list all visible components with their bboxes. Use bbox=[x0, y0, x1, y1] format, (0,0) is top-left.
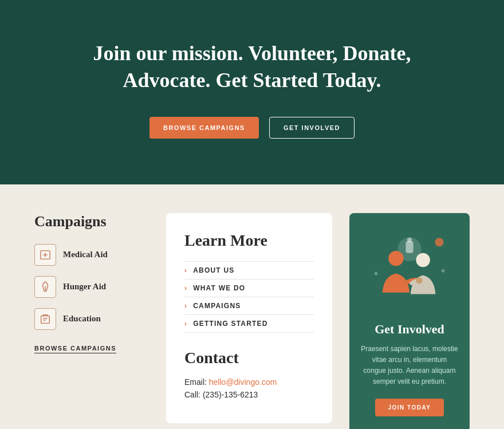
svg-point-11 bbox=[388, 251, 403, 266]
svg-rect-8 bbox=[405, 241, 413, 253]
browse-campaigns-button[interactable]: BROWSE CAMPAIGNS bbox=[149, 117, 259, 139]
chevron-icon: › bbox=[184, 302, 187, 310]
contact-email-link[interactable]: hello@divingo.com bbox=[209, 377, 277, 387]
campaign-item-education: Education bbox=[34, 308, 149, 330]
medical-aid-icon bbox=[34, 244, 56, 266]
education-label: Education bbox=[63, 314, 101, 324]
hero-buttons: BROWSE CAMPAIGNS GET INVOLVED bbox=[23, 117, 481, 139]
join-today-button[interactable]: JOIN TODAY bbox=[375, 399, 443, 416]
chevron-icon: › bbox=[184, 284, 187, 292]
nav-link-getting-started[interactable]: › GETTING STARTED bbox=[184, 314, 314, 333]
get-involved-heading: Get Involved bbox=[375, 322, 444, 337]
svg-point-12 bbox=[416, 253, 430, 267]
campaigns-sidebar: Campaigns Medical Aid Hunger Aid bbox=[34, 213, 149, 353]
nav-link-campaigns-label: CAMPAIGNS bbox=[193, 302, 241, 310]
browse-campaigns-link[interactable]: BROWSE CAMPAIGNS bbox=[34, 345, 116, 353]
nav-link-about-label: ABOUT US bbox=[193, 266, 234, 274]
get-involved-description: Praesent sapien lacus, molestie vitae ar… bbox=[361, 344, 458, 388]
get-involved-card: Get Involved Praesent sapien lacus, mole… bbox=[349, 213, 470, 429]
medical-aid-label: Medical Aid bbox=[63, 250, 108, 259]
nav-link-what-we-do-label: WHAT WE DO bbox=[193, 284, 245, 292]
hunger-aid-icon bbox=[34, 276, 56, 298]
chevron-icon: › bbox=[184, 320, 187, 328]
illustration bbox=[361, 227, 458, 313]
svg-point-10 bbox=[435, 238, 443, 246]
contact-title: Contact bbox=[184, 349, 314, 367]
svg-point-13 bbox=[416, 277, 422, 284]
get-involved-hero-button[interactable]: GET INVOLVED bbox=[269, 117, 355, 139]
learn-more-title: Learn More bbox=[184, 231, 314, 250]
svg-rect-9 bbox=[407, 238, 412, 242]
chevron-icon: › bbox=[184, 266, 187, 274]
contact-email-line: Email: hello@divingo.com bbox=[184, 377, 314, 387]
nav-link-getting-started-label: GETTING STARTED bbox=[193, 320, 267, 328]
campaign-item-hunger: Hunger Aid bbox=[34, 276, 149, 298]
contact-call-line: Call: (235)-135-6213 bbox=[184, 390, 314, 399]
hero-title: Join our mission. Volunteer, Donate, Adv… bbox=[80, 40, 424, 94]
nav-links-list: › ABOUT US › WHAT WE DO › CAMPAIGNS › GE… bbox=[184, 261, 314, 333]
main-content: Campaigns Medical Aid Hunger Aid bbox=[0, 184, 504, 429]
learn-more-card: Learn More › ABOUT US › WHAT WE DO › CAM… bbox=[166, 213, 332, 423]
nav-link-about[interactable]: › ABOUT US bbox=[184, 261, 314, 279]
hero-section: Join our mission. Volunteer, Donate, Adv… bbox=[0, 0, 504, 184]
svg-rect-4 bbox=[41, 316, 50, 323]
nav-link-campaigns[interactable]: › CAMPAIGNS bbox=[184, 297, 314, 314]
hunger-aid-label: Hunger Aid bbox=[63, 282, 106, 292]
campaign-item-medical: Medical Aid bbox=[34, 244, 149, 266]
svg-point-14 bbox=[442, 269, 445, 273]
education-icon bbox=[34, 308, 56, 330]
nav-link-what-we-do[interactable]: › WHAT WE DO bbox=[184, 279, 314, 297]
svg-point-15 bbox=[375, 272, 378, 275]
campaigns-section-title: Campaigns bbox=[34, 213, 149, 230]
email-label: Email: bbox=[184, 377, 207, 387]
